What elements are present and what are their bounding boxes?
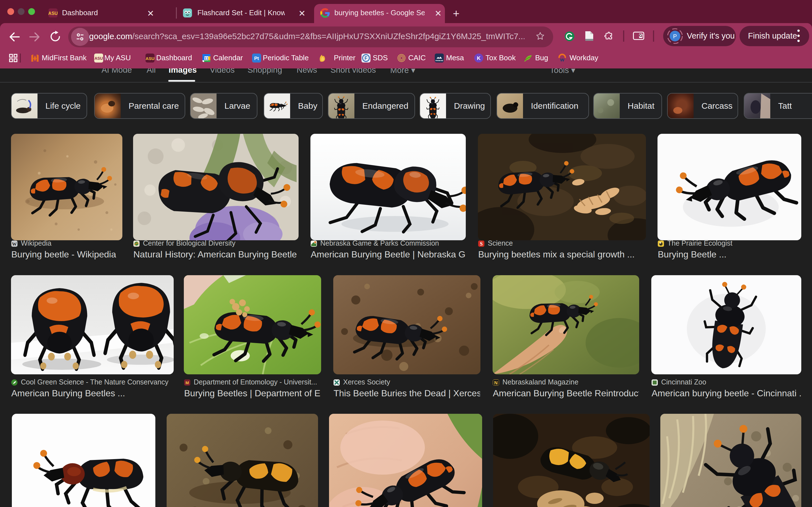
svg-text:ASU: ASU: [146, 56, 154, 61]
svg-text:N: N: [494, 380, 498, 386]
svg-text:S: S: [480, 241, 483, 247]
svg-text:ASU: ASU: [94, 56, 103, 61]
svg-text:M: M: [186, 380, 189, 385]
svg-text:Pt: Pt: [254, 56, 259, 61]
svg-text:P: P: [673, 33, 677, 40]
svg-text:ASU: ASU: [49, 11, 57, 16]
svg-text:W: W: [12, 241, 17, 247]
svg-text:11: 11: [204, 56, 208, 61]
svg-text:w: w: [560, 57, 564, 62]
svg-text:K: K: [477, 55, 481, 61]
svg-text:mesa-az: mesa-az: [435, 59, 443, 61]
svg-text:F: F: [364, 56, 367, 61]
